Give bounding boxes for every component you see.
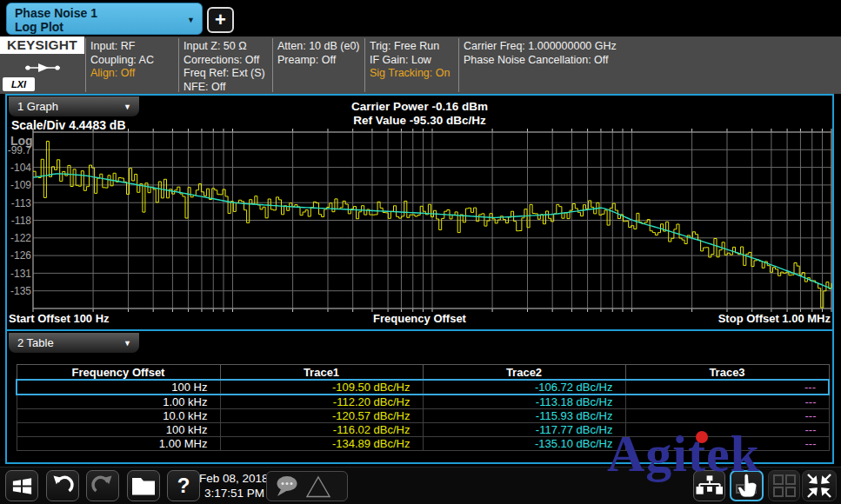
cell-trace3[interactable]: ---: [625, 437, 829, 451]
results-table: Frequency Offset Trace1 Trace2 Trace3 10…: [16, 364, 830, 451]
add-window-button[interactable]: +: [207, 7, 234, 33]
lxi-badge: LXI: [3, 77, 35, 91]
y-axis-tick: -126: [10, 249, 31, 262]
redo-button[interactable]: [86, 470, 119, 501]
header-divider: [364, 38, 365, 92]
status-line: Coupling: AC: [90, 54, 154, 68]
window-tab-title: Phase Noise 1: [15, 6, 97, 20]
status-line: Freq Ref: Ext (S): [184, 67, 265, 81]
status-line: Input Z: 50 Ω: [184, 40, 265, 54]
cell-frequency[interactable]: 1.00 MHz: [17, 437, 220, 451]
header-divider: [85, 38, 86, 92]
window-arrange-button[interactable]: [768, 470, 800, 501]
window-grid-icon: [772, 474, 797, 498]
table-row[interactable]: 1.00 kHz -112.20 dBc/Hz -113.18 dBc/Hz -…: [17, 395, 829, 409]
phase-noise-plot: Log -99.7 -104 -109 -113 -118 -122 -126 …: [7, 96, 832, 313]
table-selector-label: 2 Table: [17, 333, 54, 353]
stop-offset-label: Stop Offset 1.00 MHz: [718, 312, 831, 325]
cell-trace3[interactable]: ---: [625, 395, 829, 409]
pane-divider: [7, 329, 832, 331]
folder-icon: [131, 475, 156, 496]
alert-triangle-icon: [305, 474, 331, 499]
collapse-fullscreen-button[interactable]: [802, 470, 837, 501]
header-divider: [178, 38, 179, 92]
cell-trace2[interactable]: -135.10 dBc/Hz: [423, 437, 625, 451]
col-header-trace1[interactable]: Trace1: [220, 365, 423, 381]
table-row[interactable]: 10.0 kHz -120.57 dBc/Hz -115.93 dBc/Hz -…: [17, 409, 829, 423]
redo-icon: [90, 473, 116, 499]
status-line: Phase Noise Cancellation: Off: [464, 54, 617, 68]
y-axis-tick: -113: [11, 197, 31, 209]
cell-trace2[interactable]: -115.93 dBc/Hz: [423, 409, 625, 423]
measurement-window-tab[interactable]: Phase Noise 1 Log Plot ▼: [6, 3, 203, 35]
status-line: Sig Tracking: On: [370, 67, 450, 81]
help-button[interactable]: ?: [167, 470, 200, 501]
header-divider: [458, 38, 459, 92]
message-bubble-icon: [274, 474, 302, 499]
header-col-input[interactable]: Input: RF Coupling: AC Align: Off: [90, 40, 154, 81]
status-line: IF Gain: Low: [370, 54, 450, 68]
status-header: KEYSIGHT LXI Input: RF Coupling: AC Alig…: [0, 36, 841, 94]
cell-trace2[interactable]: -106.72 dBc/Hz: [423, 380, 625, 395]
cell-trace1[interactable]: -116.02 dBc/Hz: [220, 423, 423, 437]
block-diagram-button[interactable]: [693, 470, 725, 501]
undo-icon: [50, 473, 76, 499]
status-line: Atten: 10 dB (e0): [277, 40, 360, 54]
table-selector-dropdown[interactable]: 2 Table ▼: [9, 333, 139, 353]
chevron-down-icon: ▼: [123, 334, 131, 354]
touch-mode-button[interactable]: [730, 470, 764, 501]
header-divider: [272, 38, 273, 92]
plot-grid: [33, 129, 831, 312]
header-col-inputz[interactable]: Input Z: 50 Ω Corrections: Off Freq Ref:…: [184, 40, 265, 94]
header-col-atten[interactable]: Atten: 10 dB (e0) Preamp: Off: [277, 40, 360, 67]
cell-frequency[interactable]: 10.0 kHz: [17, 409, 220, 423]
cell-trace3[interactable]: ---: [625, 423, 829, 437]
status-line: Input: RF: [90, 40, 154, 54]
taskbar: ? Feb 08, 2018 3:17:51 PM: [0, 467, 841, 504]
status-line: Corrections: Off: [184, 54, 265, 68]
status-line: NFE: Off: [184, 81, 265, 95]
cell-frequency[interactable]: 1.00 kHz: [17, 395, 220, 409]
cell-trace1[interactable]: -109.50 dBc/Hz: [220, 380, 423, 395]
date-label: Feb 08, 2018: [199, 471, 269, 486]
col-header-trace2[interactable]: Trace2: [423, 365, 625, 381]
help-icon: ?: [177, 474, 190, 498]
cell-trace3[interactable]: ---: [625, 380, 829, 395]
datetime-display[interactable]: Feb 08, 2018 3:17:51 PM: [199, 471, 269, 501]
cell-trace1[interactable]: -134.89 dBc/Hz: [220, 437, 423, 451]
touch-icon: [734, 473, 760, 499]
y-axis-tick: -99.7: [8, 144, 32, 156]
table-row[interactable]: 1.00 MHz -134.89 dBc/Hz -135.10 dBc/Hz -…: [17, 437, 829, 451]
y-axis-tick: -122: [10, 232, 31, 244]
cell-trace1[interactable]: -120.57 dBc/Hz: [220, 409, 423, 423]
cell-trace2[interactable]: -113.18 dBc/Hz: [423, 395, 625, 409]
table-row[interactable]: 100 Hz -109.50 dBc/Hz -106.72 dBc/Hz ---: [17, 380, 829, 395]
col-header-trace3[interactable]: Trace3: [625, 365, 829, 381]
windows-start-button[interactable]: [5, 470, 38, 501]
cell-trace1[interactable]: -112.20 dBc/Hz: [220, 395, 423, 409]
col-header-frequency[interactable]: Frequency Offset: [17, 365, 220, 381]
brand-logo: KEYSIGHT LXI: [0, 36, 84, 94]
cell-trace2[interactable]: -117.77 dBc/Hz: [423, 423, 625, 437]
header-col-carrier[interactable]: Carrier Freq: 1.000000000 GHz Phase Nois…: [464, 40, 617, 67]
message-panel[interactable]: [266, 471, 348, 501]
undo-button[interactable]: [46, 470, 79, 501]
y-axis-tick: -109: [10, 179, 31, 191]
table-row[interactable]: 100 kHz -116.02 dBc/Hz -117.77 dBc/Hz --…: [17, 423, 829, 437]
y-axis-tick: -118: [11, 215, 31, 227]
collapse-icon: [804, 472, 834, 500]
y-axis-tick: -104: [10, 162, 31, 174]
status-line: Align: Off: [90, 67, 154, 81]
cell-frequency[interactable]: 100 kHz: [17, 423, 220, 437]
x-axis-row: Start Offset 100 Hz Frequency Offset Sto…: [7, 312, 832, 327]
cell-trace3[interactable]: ---: [625, 409, 829, 423]
keysight-arrow-icon: [24, 63, 61, 73]
windows-icon: [10, 474, 34, 498]
chevron-down-icon[interactable]: ▼: [187, 16, 195, 24]
y-axis-tick: -131: [10, 268, 31, 280]
header-col-trig[interactable]: Trig: Free Run IF Gain: Low Sig Tracking…: [370, 40, 450, 81]
cell-frequency[interactable]: 100 Hz: [17, 380, 220, 395]
status-line: Carrier Freq: 1.000000000 GHz: [464, 40, 617, 54]
folder-button[interactable]: [127, 470, 160, 501]
x-axis-label: Frequency Offset: [7, 312, 832, 325]
